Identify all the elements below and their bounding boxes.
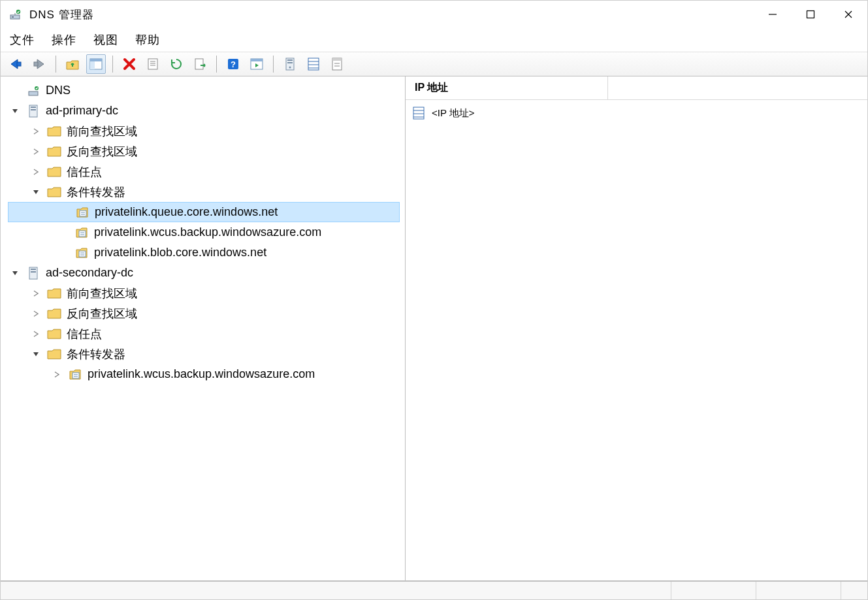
svg-rect-9 xyxy=(34,62,38,66)
list-item[interactable]: <IP 地址> xyxy=(412,104,861,122)
tree-cf-blob[interactable]: privatelink.blob.core.windows.net xyxy=(8,242,400,263)
menu-help[interactable]: 帮助 xyxy=(135,32,160,48)
svg-rect-34 xyxy=(29,92,38,95)
new-record-button[interactable] xyxy=(327,54,347,74)
tree-server-secondary[interactable]: ad-secondary-dc xyxy=(8,263,400,283)
properties-button[interactable] xyxy=(143,54,163,74)
main-area: ▾ DNS ad-primary-dc 前向查找区域 xyxy=(1,76,867,581)
window-minimize-button[interactable] xyxy=(754,1,792,28)
menu-file[interactable]: 文件 xyxy=(10,32,35,48)
tree-label: 前向查找区域 xyxy=(67,124,137,139)
svg-rect-51 xyxy=(72,373,79,378)
nav-back-button[interactable] xyxy=(6,54,25,74)
refresh-button[interactable] xyxy=(167,54,186,74)
svg-rect-45 xyxy=(79,251,86,257)
folder-icon xyxy=(47,288,61,299)
tree-fwd-lookup-2[interactable]: 前向查找区域 xyxy=(8,283,400,303)
tree-cond-fwd-2[interactable]: 条件转发器 xyxy=(8,344,400,364)
svg-rect-1 xyxy=(12,16,14,18)
folder-icon xyxy=(47,125,61,137)
server-icon-button[interactable] xyxy=(280,54,300,74)
tree-rev-lookup-1[interactable]: 反向查找区域 xyxy=(8,141,400,161)
detail-column-header-row: IP 地址 xyxy=(406,76,867,100)
chevron-right-icon[interactable] xyxy=(30,148,42,155)
svg-rect-49 xyxy=(31,269,36,270)
chevron-right-icon[interactable] xyxy=(30,331,42,337)
dns-app-icon xyxy=(7,8,23,21)
status-segment xyxy=(1,582,671,599)
window-maximize-button[interactable] xyxy=(792,1,829,28)
chevron-right-icon[interactable] xyxy=(30,310,42,317)
tree-cf-wcus-1[interactable]: privatelink.wcus.backup.windowsazure.com xyxy=(8,222,400,242)
status-segment xyxy=(671,582,756,599)
tree-cond-fwd-1[interactable]: 条件转发器 xyxy=(8,182,400,202)
tool-bar: ? xyxy=(1,52,867,76)
svg-rect-50 xyxy=(31,271,36,273)
menu-view[interactable]: 视图 xyxy=(93,32,118,48)
svg-rect-42 xyxy=(79,231,86,237)
list-item-label: <IP 地址> xyxy=(432,107,475,120)
help-button[interactable]: ? xyxy=(223,54,243,74)
up-level-button[interactable] xyxy=(63,54,82,74)
folder-icon xyxy=(47,166,61,178)
chevron-right-icon[interactable] xyxy=(30,290,42,297)
tree-trust-points-1[interactable]: 信任点 xyxy=(8,161,400,182)
chevron-down-icon[interactable] xyxy=(9,108,21,114)
nav-forward-button[interactable] xyxy=(29,54,49,74)
tree-rev-lookup-2[interactable]: 反向查找区域 xyxy=(8,303,400,324)
tree-fwd-lookup-1[interactable]: 前向查找区域 xyxy=(8,121,400,141)
svg-rect-13 xyxy=(148,59,157,69)
tree-label: privatelink.wcus.backup.windowsazure.com xyxy=(94,225,321,239)
window-close-button[interactable] xyxy=(829,1,867,28)
folder-icon xyxy=(47,328,61,340)
tree-label: 反向查找区域 xyxy=(67,144,137,159)
chevron-down-icon[interactable] xyxy=(9,270,21,276)
svg-rect-39 xyxy=(80,210,86,216)
tree-root-dns[interactable]: ▾ DNS xyxy=(8,80,400,101)
tree-label: 条件转发器 xyxy=(67,346,125,362)
tree-label: privatelink.wcus.backup.windowsazure.com xyxy=(88,367,315,381)
tree-label: 条件转发器 xyxy=(67,184,125,200)
svg-rect-17 xyxy=(195,59,203,69)
svg-rect-12 xyxy=(90,61,95,69)
export-button[interactable] xyxy=(190,54,210,74)
list-view-button[interactable] xyxy=(304,54,323,74)
svg-rect-31 xyxy=(332,58,342,61)
tree-cf-wcus-2[interactable]: privatelink.wcus.backup.windowsazure.com xyxy=(8,364,400,384)
zone-file-icon xyxy=(75,206,89,219)
title-bar: DNS 管理器 xyxy=(1,1,867,28)
folder-icon xyxy=(47,348,61,360)
folder-icon xyxy=(47,308,61,320)
chevron-right-icon[interactable] xyxy=(51,371,63,378)
tree-label: ad-secondary-dc xyxy=(46,266,133,280)
navigation-tree-pane: ▾ DNS ad-primary-dc 前向查找区域 xyxy=(1,76,406,580)
svg-rect-8 xyxy=(17,62,21,66)
folder-icon xyxy=(47,186,61,198)
folder-icon xyxy=(47,146,61,158)
tree-server-primary[interactable]: ad-primary-dc xyxy=(8,101,400,121)
tree-trust-points-2[interactable]: 信任点 xyxy=(8,324,400,344)
svg-rect-37 xyxy=(31,107,36,108)
tree-label: 反向查找区域 xyxy=(67,306,137,322)
tree-label: privatelink.blob.core.windows.net xyxy=(94,246,266,259)
svg-text:?: ? xyxy=(231,59,236,69)
zone-file-icon xyxy=(74,226,89,239)
tree-label: privatelink.queue.core.windows.net xyxy=(95,205,278,219)
chevron-right-icon[interactable] xyxy=(30,128,42,135)
status-segment xyxy=(841,582,867,599)
chevron-down-icon[interactable] xyxy=(30,189,42,195)
svg-rect-23 xyxy=(287,59,293,61)
detail-pane: IP 地址 <IP 地址> xyxy=(406,76,867,580)
delete-button[interactable] xyxy=(120,54,139,74)
tree-label: DNS xyxy=(46,84,71,97)
run-button[interactable] xyxy=(247,54,266,74)
chevron-right-icon[interactable] xyxy=(30,169,42,175)
zone-file-icon xyxy=(68,368,82,381)
show-hide-tree-button[interactable] xyxy=(86,54,106,74)
column-header-ip[interactable]: IP 地址 xyxy=(406,76,608,99)
tree-cf-queue[interactable]: privatelink.queue.core.windows.net xyxy=(8,202,400,222)
chevron-down-icon[interactable] xyxy=(30,351,42,358)
menu-action[interactable]: 操作 xyxy=(52,32,76,48)
svg-point-25 xyxy=(289,67,291,69)
svg-rect-24 xyxy=(287,62,293,63)
